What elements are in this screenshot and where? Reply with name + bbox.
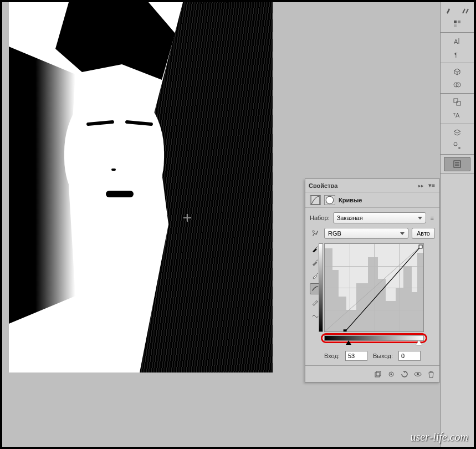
svg-rect-22 bbox=[454, 99, 458, 103]
panel-footer bbox=[305, 365, 439, 382]
image-content bbox=[9, 2, 273, 373]
preset-menu-icon[interactable]: ≡ bbox=[429, 215, 435, 221]
collapse-icon[interactable]: ▸▸ bbox=[418, 183, 424, 188]
curves-graph[interactable] bbox=[324, 243, 424, 332]
svg-rect-15 bbox=[454, 24, 457, 27]
output-label: Выход: bbox=[373, 353, 393, 359]
svg-rect-5 bbox=[344, 329, 347, 331]
brush-presets-icon[interactable] bbox=[458, 4, 473, 17]
paragraph-icon[interactable]: ¶ bbox=[449, 48, 465, 60]
materials-icon[interactable] bbox=[449, 79, 465, 91]
watermark: user-life.com bbox=[410, 431, 468, 443]
edit-tools-icon[interactable] bbox=[449, 140, 465, 152]
svg-point-2 bbox=[313, 231, 315, 233]
svg-text:A: A bbox=[454, 38, 458, 45]
preset-label: Набор: bbox=[310, 215, 330, 221]
clone-source-icon[interactable] bbox=[449, 96, 465, 108]
svg-point-12 bbox=[417, 373, 419, 375]
panel-header[interactable]: Свойства ▸▸ ▾≡ bbox=[305, 179, 439, 192]
adjustment-name: Кривые bbox=[339, 197, 362, 203]
brushes-icon[interactable] bbox=[441, 4, 457, 17]
layers-icon[interactable] bbox=[449, 126, 465, 139]
preset-value: Заказная bbox=[337, 215, 363, 221]
black-point-slider[interactable] bbox=[346, 340, 351, 345]
channel-value: RGB bbox=[328, 230, 341, 237]
mask-icon[interactable] bbox=[324, 195, 335, 205]
panel-menu-icon[interactable]: ▾≡ bbox=[427, 182, 436, 189]
visibility-icon[interactable] bbox=[413, 369, 423, 379]
input-label: Вход: bbox=[324, 353, 340, 359]
app-frame: Свойства ▸▸ ▾≡ Кривые Набор: Заказная bbox=[0, 0, 476, 449]
svg-text:ᵀA: ᵀA bbox=[453, 112, 460, 119]
input-value-field[interactable]: 53 bbox=[345, 351, 367, 361]
properties-panel: Свойства ▸▸ ▾≡ Кривые Набор: Заказная bbox=[305, 178, 440, 382]
svg-point-25 bbox=[454, 142, 457, 146]
svg-rect-23 bbox=[457, 101, 460, 105]
workspace: Свойства ▸▸ ▾≡ Кривые Набор: Заказная bbox=[2, 2, 474, 447]
character-styles-icon[interactable]: ᵀA bbox=[449, 109, 465, 121]
svg-line-3 bbox=[325, 244, 423, 331]
svg-rect-8 bbox=[376, 371, 381, 376]
input-gradient-slider[interactable] bbox=[324, 335, 424, 341]
preset-select[interactable]: Заказная bbox=[333, 212, 426, 223]
clip-to-layer-icon[interactable] bbox=[373, 369, 383, 379]
input-slider-area bbox=[324, 335, 424, 341]
panel-title: Свойства bbox=[309, 182, 337, 189]
delete-icon[interactable] bbox=[426, 369, 436, 379]
svg-rect-6 bbox=[419, 245, 422, 248]
swatches-icon[interactable] bbox=[449, 18, 465, 30]
svg-rect-13 bbox=[454, 21, 457, 23]
panel-subheader: Кривые bbox=[305, 192, 439, 208]
right-toolbar: A ¶ ᵀA bbox=[440, 2, 474, 447]
svg-text:¶: ¶ bbox=[454, 52, 458, 58]
svg-rect-7 bbox=[375, 373, 380, 377]
svg-point-10 bbox=[391, 373, 392, 375]
target-adjust-icon[interactable] bbox=[310, 228, 321, 239]
svg-rect-14 bbox=[458, 21, 460, 23]
canvas-image[interactable] bbox=[9, 2, 273, 373]
svg-rect-16 bbox=[458, 24, 460, 27]
svg-point-1 bbox=[326, 196, 334, 204]
auto-button[interactable]: Авто bbox=[412, 228, 435, 239]
view-previous-icon[interactable] bbox=[386, 369, 396, 379]
curves-graph-container bbox=[324, 243, 435, 332]
svg-line-4 bbox=[345, 247, 421, 331]
output-value-field[interactable]: 0 bbox=[398, 351, 421, 361]
channel-select[interactable]: RGB bbox=[324, 228, 408, 239]
reset-icon[interactable] bbox=[400, 369, 410, 379]
panel-body: Набор: Заказная ≡ RGB Авто bbox=[305, 208, 439, 365]
output-gradient bbox=[319, 243, 323, 332]
character-icon[interactable]: A bbox=[449, 35, 465, 47]
adjustment-type-icon bbox=[310, 195, 321, 205]
3d-icon[interactable] bbox=[449, 65, 465, 78]
white-point-slider[interactable] bbox=[416, 340, 422, 345]
properties-icon[interactable] bbox=[444, 157, 470, 171]
